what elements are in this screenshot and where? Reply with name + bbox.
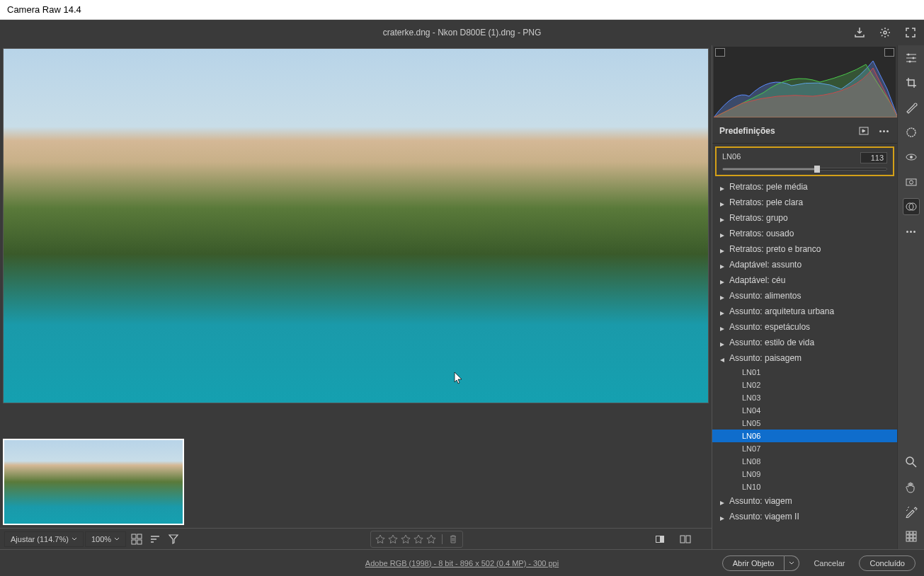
masking-icon[interactable] — [903, 124, 920, 141]
disclosure-triangle-icon — [719, 215, 725, 221]
preset-group[interactable]: Assunto: viagem II — [712, 509, 897, 524]
slider-thumb[interactable] — [814, 166, 820, 173]
preset-item[interactable]: LN07 — [712, 442, 897, 455]
healing-brush-icon[interactable] — [903, 99, 920, 116]
amount-value[interactable]: 113 — [860, 152, 887, 163]
preset-group[interactable]: Assunto: viagem — [712, 493, 897, 509]
preset-item[interactable]: LN08 — [712, 455, 897, 468]
histogram[interactable] — [714, 47, 896, 117]
preset-group-label: Assunto: viagem — [729, 496, 792, 506]
thumbnail[interactable] — [3, 439, 184, 525]
preview-toolbar: Ajustar (114.7%) 100% — [0, 528, 712, 549]
disclosure-triangle-icon — [719, 309, 725, 314]
svg-point-0 — [884, 31, 886, 34]
fullscreen-icon[interactable] — [904, 26, 917, 39]
preset-item[interactable]: LN09 — [712, 468, 897, 480]
svg-rect-2 — [137, 534, 142, 538]
preset-item[interactable]: LN05 — [712, 417, 897, 430]
preset-item[interactable]: LN04 — [712, 404, 897, 417]
rating-stars[interactable] — [370, 531, 463, 548]
preset-item[interactable]: LN10 — [712, 480, 897, 493]
compare-view-icon[interactable] — [678, 531, 693, 547]
zoom-fit-button[interactable]: Ajustar (114.7%) — [4, 531, 84, 547]
svg-rect-25 — [910, 535, 913, 538]
edit-sliders-icon[interactable] — [903, 50, 920, 67]
preset-group[interactable]: Retratos: preto e branco — [712, 241, 897, 257]
preset-group-label: Assunto: arquitetura urbana — [729, 306, 834, 316]
preset-group-label: Retratos: pele clara — [729, 197, 803, 207]
presets-icon[interactable] — [903, 198, 920, 215]
preset-group[interactable]: Retratos: pele clara — [712, 195, 897, 210]
hand-tool-icon[interactable] — [903, 478, 920, 495]
disclosure-triangle-icon — [719, 200, 725, 205]
filter-funnel-icon[interactable] — [166, 531, 181, 547]
amount-slider[interactable] — [722, 168, 887, 171]
svg-point-11 — [912, 57, 914, 59]
disclosure-triangle-icon — [719, 262, 725, 267]
open-object-dropdown-icon[interactable] — [785, 555, 799, 571]
disclosure-triangle-icon — [719, 324, 725, 330]
preset-tree[interactable]: Retratos: pele médiaRetratos: pele clara… — [712, 179, 897, 549]
preset-group[interactable]: Assunto: paisagem — [712, 350, 897, 366]
svg-rect-23 — [913, 531, 916, 534]
preset-group[interactable]: Assunto: arquitetura urbana — [712, 304, 897, 319]
panel-expand-icon[interactable] — [857, 125, 870, 137]
snapshot-icon[interactable] — [903, 173, 920, 190]
panel-more-icon[interactable] — [877, 125, 890, 137]
crop-icon[interactable] — [903, 74, 920, 91]
preset-item[interactable]: LN06 — [712, 430, 897, 442]
svg-point-20 — [906, 457, 913, 464]
grid-icon[interactable] — [903, 528, 920, 545]
disclosure-triangle-icon — [719, 498, 725, 504]
preset-group[interactable]: Assunto: alimentos — [712, 288, 897, 304]
svg-point-17 — [909, 180, 913, 184]
sort-icon[interactable] — [147, 531, 163, 547]
image-info-text[interactable]: Adobe RGB (1998) - 8 bit - 896 x 502 (0.… — [365, 559, 559, 568]
disclosure-triangle-icon — [719, 277, 725, 283]
preset-group-label: Retratos: grupo — [729, 213, 788, 223]
single-view-icon[interactable] — [652, 531, 668, 547]
disclosure-triangle-icon — [719, 514, 725, 519]
svg-rect-22 — [910, 531, 913, 534]
preset-amount-box: LN06 113 — [715, 146, 894, 176]
disclosure-triangle-icon — [719, 340, 725, 345]
svg-rect-7 — [680, 536, 685, 543]
preset-item[interactable]: LN02 — [712, 379, 897, 391]
disclosure-triangle-icon — [719, 246, 725, 252]
presets-panel-header: Predefinições — [712, 119, 897, 144]
redeye-icon[interactable] — [903, 149, 920, 166]
settings-gear-icon[interactable] — [879, 26, 891, 39]
preset-group[interactable]: Retratos: pele média — [712, 179, 897, 195]
preset-group-label: Assunto: viagem II — [729, 512, 799, 522]
image-preview[interactable] — [0, 45, 712, 436]
preset-group[interactable]: Assunto: espetáculos — [712, 319, 897, 335]
preset-group[interactable]: Retratos: grupo — [712, 210, 897, 226]
done-button[interactable]: Concluído — [859, 555, 916, 571]
preset-group-label: Assunto: alimentos — [729, 291, 801, 301]
zoom-100-button[interactable]: 100% — [85, 531, 126, 547]
preset-group-label: Assunto: espetáculos — [729, 322, 810, 332]
svg-rect-27 — [906, 538, 909, 541]
disclosure-triangle-icon — [719, 231, 725, 236]
open-object-button[interactable]: Abrir Objeto — [722, 555, 785, 571]
preset-group[interactable]: Adaptável: assunto — [712, 257, 897, 272]
preset-group-label: Retratos: preto e branco — [729, 244, 821, 254]
preset-item[interactable]: LN03 — [712, 391, 897, 404]
svg-rect-21 — [906, 531, 909, 534]
zoom-tool-icon[interactable] — [903, 454, 920, 471]
preset-group[interactable]: Retratos: ousado — [712, 226, 897, 241]
svg-rect-3 — [132, 540, 136, 544]
sampler-icon[interactable] — [903, 503, 920, 520]
preset-group-label: Adaptável: céu — [729, 275, 785, 285]
svg-rect-6 — [656, 536, 660, 542]
preset-group[interactable]: Adaptável: céu — [712, 272, 897, 288]
disclosure-triangle-icon — [719, 355, 725, 361]
grid-view-icon[interactable] — [129, 531, 144, 547]
preset-group-label: Adaptável: assunto — [729, 260, 802, 270]
cancel-button[interactable]: Cancelar — [814, 559, 845, 568]
more-tools-icon[interactable] — [903, 223, 920, 240]
export-icon[interactable] — [853, 26, 866, 39]
preset-group[interactable]: Assunto: estilo de vida — [712, 335, 897, 350]
preset-item[interactable]: LN01 — [712, 366, 897, 379]
trash-icon[interactable] — [448, 534, 458, 544]
